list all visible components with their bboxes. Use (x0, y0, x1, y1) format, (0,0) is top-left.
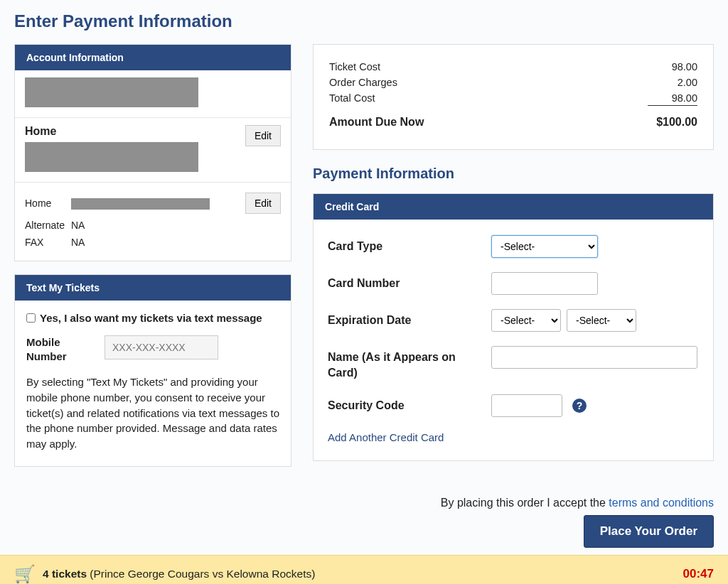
credit-card-header: Credit Card (314, 194, 713, 220)
phone-label-home: Home (25, 190, 71, 217)
card-number-input[interactable] (491, 272, 598, 295)
phone-label-alternate: Alternate (25, 217, 71, 234)
mobile-number-row: Mobile Number (26, 335, 279, 363)
text-my-tickets-card: Text My Tickets Yes, I also want my tick… (14, 274, 291, 467)
amount-due-value: $100.00 (656, 116, 697, 129)
optin-row: Yes, I also want my tickets via text mes… (26, 312, 279, 324)
event-name: (Prince George Cougars vs Kelowna Rocket… (90, 568, 315, 580)
cart-footer-bar: 🛒 4 tickets (Prince George Cougars vs Ke… (0, 555, 728, 584)
address-type-label: Home (25, 125, 198, 138)
name-on-card-label: Name (As it Appears on Card) (328, 346, 491, 380)
name-on-card-row: Name (As it Appears on Card) (328, 346, 699, 380)
payment-page: Enter Payment Information Account Inform… (0, 0, 728, 548)
exp-year-select[interactable]: -Select- (567, 309, 636, 332)
phone-row-alternate: Alternate NA (25, 217, 281, 234)
terms-prefix: By placing this order I accept the (441, 497, 609, 509)
account-info-body: Home Edit Home Edit (15, 70, 291, 261)
card-type-label: Card Type (328, 235, 491, 254)
security-code-input[interactable] (491, 394, 562, 417)
terms-row: By placing this order I accept the terms… (14, 497, 714, 509)
help-icon[interactable]: ? (572, 399, 587, 413)
security-code-row: Security Code ? (328, 394, 699, 417)
order-charges-value: 2.00 (678, 77, 697, 88)
cart-footer-left: 🛒 4 tickets (Prince George Cougars vs Ke… (14, 564, 315, 584)
redacted-name (25, 77, 198, 107)
place-order-row: Place Your Order (14, 515, 714, 548)
total-cost-label: Total Cost (329, 92, 375, 106)
security-code-label: Security Code (328, 394, 491, 413)
total-cost-value: 98.00 (648, 92, 697, 106)
add-another-card-link[interactable]: Add Another Credit Card (328, 431, 444, 443)
place-order-button[interactable]: Place Your Order (584, 515, 714, 548)
account-name-block (15, 70, 291, 118)
account-info-header: Account Information (15, 45, 291, 70)
expiration-row: Expiration Date -Select- -Select- (328, 309, 699, 332)
account-phones-block: Home Edit Alternate NA FAX (15, 183, 291, 261)
card-number-label: Card Number (328, 272, 491, 291)
summary-amount-due: Amount Due Now $100.00 (329, 114, 697, 131)
credit-card-card: Credit Card Card Type -Select- Card Numb… (313, 193, 714, 461)
ticket-cost-label: Ticket Cost (329, 61, 380, 72)
right-column: Ticket Cost 98.00 Order Charges 2.00 Tot… (313, 44, 714, 474)
credit-card-body: Card Type -Select- Card Number (314, 220, 713, 460)
amount-due-label: Amount Due Now (329, 116, 424, 129)
cost-summary-card: Ticket Cost 98.00 Order Charges 2.00 Tot… (313, 44, 714, 150)
columns: Account Information Home Edit (14, 44, 714, 480)
order-charges-label: Order Charges (329, 77, 397, 88)
optin-label[interactable]: Yes, I also want my tickets via text mes… (40, 312, 262, 324)
summary-order-charges: Order Charges 2.00 (329, 75, 697, 90)
expiration-label: Expiration Date (328, 309, 491, 328)
mobile-number-input[interactable] (105, 335, 218, 359)
summary-total-cost: Total Cost 98.00 (329, 90, 697, 108)
card-type-select[interactable]: -Select- (491, 235, 598, 258)
summary-ticket-cost: Ticket Cost 98.00 (329, 59, 697, 75)
optin-checkbox[interactable] (26, 313, 36, 323)
phone-row-home: Home Edit (25, 190, 281, 217)
edit-address-button[interactable]: Edit (245, 125, 281, 146)
sms-consent-text: By selecting "Text My Tickets" and provi… (26, 374, 279, 452)
terms-and-conditions-link[interactable]: terms and conditions (609, 497, 714, 509)
card-type-row: Card Type -Select- (328, 235, 699, 258)
phone-row-fax: FAX NA (25, 234, 281, 251)
card-number-row: Card Number (328, 272, 699, 295)
phone-table: Home Edit Alternate NA FAX (25, 190, 281, 251)
left-column: Account Information Home Edit (14, 44, 291, 480)
edit-phones-button[interactable]: Edit (245, 193, 281, 214)
page-title: Enter Payment Information (14, 11, 714, 31)
redacted-home-phone (71, 198, 210, 210)
text-my-tickets-header: Text My Tickets (15, 275, 291, 301)
countdown-timer: 00:47 (683, 567, 714, 581)
phone-label-fax: FAX (25, 234, 71, 251)
text-my-tickets-body: Yes, I also want my tickets via text mes… (15, 301, 291, 466)
payment-info-heading: Payment Information (313, 166, 714, 182)
cart-icon: 🛒 (14, 564, 36, 584)
ticket-count: 4 tickets (43, 568, 87, 580)
redacted-address (25, 142, 198, 172)
phone-value-alternate: NA (71, 217, 238, 234)
account-info-card: Account Information Home Edit (14, 44, 291, 261)
ticket-cost-value: 98.00 (672, 61, 697, 72)
account-address-block: Home Edit (15, 118, 291, 183)
phone-value-fax: NA (71, 234, 238, 251)
name-on-card-input[interactable] (491, 346, 697, 369)
exp-month-select[interactable]: -Select- (491, 309, 561, 332)
mobile-number-label: Mobile Number (26, 335, 90, 363)
